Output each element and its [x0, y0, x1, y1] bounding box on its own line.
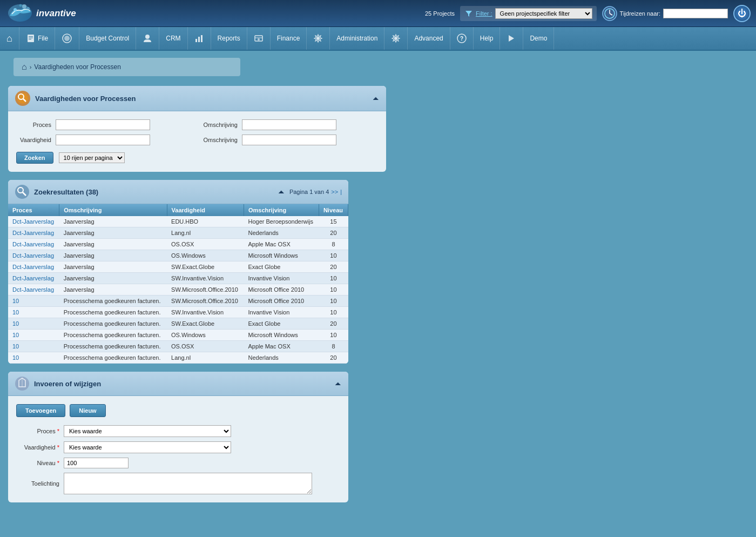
time-travel-input[interactable] [663, 9, 728, 18]
proces-link[interactable]: 10 [12, 320, 19, 327]
filter-label[interactable]: Filter : [476, 10, 492, 17]
proces-link[interactable]: Dct-Jaarverslag [12, 230, 54, 236]
filter-select[interactable]: Geen projectspecifiek filter [495, 8, 592, 19]
proces-link[interactable]: Dct-Jaarverslag [12, 264, 54, 270]
nav-finance-label: Finance [277, 35, 300, 42]
proces-link[interactable]: Dct-Jaarverslag [12, 275, 54, 281]
nav-budget-icon[interactable] [55, 27, 79, 50]
cell-vaardigheid: OS.Windows [167, 330, 244, 341]
cell-omschrijving2: Invantive Vision [244, 273, 319, 284]
entry-vaardigheid-row: Vaardigheid Kies waarde [16, 441, 340, 453]
rows-per-page-select[interactable]: 10 rijen per pagina 25 rijen per pagina … [59, 152, 125, 163]
entry-header: Invoeren of wijzigen ⏶ [8, 372, 348, 396]
nav-reports[interactable]: Reports [211, 27, 247, 50]
nav-advanced[interactable]: Advanced [408, 27, 450, 50]
cell-niveau: 15 [319, 216, 348, 227]
proces-link[interactable]: 10 [12, 354, 19, 361]
search-button[interactable]: Zoeken [16, 152, 53, 164]
nav-advanced-icon[interactable] [384, 27, 408, 50]
nav-demo-icon[interactable] [500, 27, 523, 50]
proces-link[interactable]: Dct-Jaarverslag [12, 286, 54, 293]
proces-link[interactable]: 10 [12, 343, 19, 350]
table-row: Dct-Jaarverslag Jaarverslag SW.Exact.Glo… [8, 261, 348, 273]
proces-link[interactable]: 10 [12, 298, 19, 304]
results-header: Zoekresultaten (38) ⏶ Pagina 1 van 4 >> … [8, 180, 348, 204]
nav-crm-icon[interactable] [136, 27, 159, 50]
cell-niveau: 10 [319, 307, 348, 318]
entry-proces-select[interactable]: Kies waarde [64, 425, 231, 437]
nav-finance-icon[interactable] [247, 27, 271, 50]
cell-proces: Dct-Jaarverslag [8, 273, 59, 284]
pagination: Pagina 1 van 4 >> | [289, 189, 342, 195]
pagination-text: Pagina 1 van 4 [289, 189, 329, 195]
projects-count: 25 Projects [425, 10, 455, 17]
table-header-row: Proces Omschrijving Vaardigheid Omschrij… [8, 204, 348, 216]
nav-help[interactable]: Help [474, 27, 501, 50]
svg-rect-17 [198, 37, 200, 42]
omschrijving1-input[interactable] [242, 119, 336, 130]
nav-budget-label: Budget Control [86, 35, 129, 42]
add-button[interactable]: Toevoegen [16, 404, 65, 417]
omschrijving2-input[interactable] [242, 135, 336, 145]
nav-finance[interactable]: Finance [271, 27, 307, 50]
cell-vaardigheid: OS.OSX [167, 341, 244, 352]
entry-collapse-btn[interactable]: ⏶ [334, 379, 342, 388]
results-table: Proces Omschrijving Vaardigheid Omschrij… [8, 204, 348, 364]
action-buttons: Toevoegen Nieuw [16, 404, 340, 417]
vaardigheid-input[interactable] [56, 135, 150, 145]
results-collapse-btn[interactable]: ⏶ [278, 187, 285, 196]
table-row: Dct-Jaarverslag Jaarverslag EDU.HBO Hoge… [8, 216, 348, 227]
search-collapse-btn[interactable]: ⏶ [372, 94, 380, 103]
table-row: Dct-Jaarverslag Jaarverslag OS.OSX Apple… [8, 239, 348, 250]
svg-point-4 [19, 4, 22, 6]
time-travel-icon [602, 6, 617, 21]
nav-administration[interactable]: Administration [330, 27, 384, 50]
table-row: 10 Processchema goedkeuren facturen. Lan… [8, 352, 348, 364]
new-button[interactable]: Nieuw [70, 404, 105, 417]
entry-vaardigheid-select[interactable]: Kies waarde [64, 441, 231, 453]
cell-omschrijving2: Apple Mac OSX [244, 239, 319, 250]
top-bar: invantive 25 Projects Filter : Geen proj… [0, 0, 756, 27]
nav-reports-icon[interactable] [188, 27, 211, 50]
proces-link[interactable]: Dct-Jaarverslag [12, 241, 54, 247]
nav-budget-control[interactable]: Budget Control [79, 27, 136, 50]
cell-proces: Dct-Jaarverslag [8, 250, 59, 261]
nav-file[interactable]: File [19, 27, 55, 50]
search-section-icon [15, 90, 31, 106]
help-icon: ? [457, 33, 467, 43]
cell-omschrijving2: Exact Globe [244, 261, 319, 273]
proces-row: Proces [16, 119, 192, 130]
nav-admin-label: Administration [336, 35, 377, 42]
table-row: 10 Processchema goedkeuren facturen. SW.… [8, 307, 348, 318]
proces-input[interactable] [56, 119, 150, 130]
entry-niveau-input[interactable] [64, 458, 129, 468]
cell-niveau: 20 [319, 352, 348, 364]
cell-vaardigheid: EDU.HBO [167, 216, 244, 227]
proces-link[interactable]: Dct-Jaarverslag [12, 252, 54, 259]
cell-omschrijving1: Jaarverslag [59, 227, 167, 239]
cell-omschrijving1: Processchema goedkeuren facturen. [59, 307, 167, 318]
cell-niveau: 8 [319, 239, 348, 250]
cell-proces: 10 [8, 352, 59, 364]
nav-crm[interactable]: CRM [159, 27, 187, 50]
proces-link[interactable]: Dct-Jaarverslag [12, 218, 54, 225]
proces-link[interactable]: 10 [12, 309, 19, 316]
nav-home[interactable]: ⌂ [0, 27, 19, 50]
reports-icon [194, 33, 204, 43]
cell-omschrijving2: Exact Globe [244, 318, 319, 330]
cell-niveau: 20 [319, 318, 348, 330]
nav-demo-label: Demo [530, 35, 547, 42]
entry-toelichting-textarea[interactable] [64, 473, 312, 494]
power-button[interactable]: ⏻ [733, 5, 751, 22]
last-page-link[interactable]: | [340, 189, 342, 195]
cell-proces: 10 [8, 307, 59, 318]
nav-admin-icon[interactable] [307, 27, 330, 50]
cell-omschrijving1: Processchema goedkeuren facturen. [59, 341, 167, 352]
next-page-link[interactable]: >> [331, 189, 338, 195]
proces-link[interactable]: 10 [12, 332, 19, 338]
entry-icon [15, 376, 30, 391]
nav-help-icon[interactable]: ? [450, 27, 474, 50]
advanced-icon [391, 33, 401, 43]
finance-icon [254, 33, 264, 43]
nav-demo[interactable]: Demo [523, 27, 554, 50]
